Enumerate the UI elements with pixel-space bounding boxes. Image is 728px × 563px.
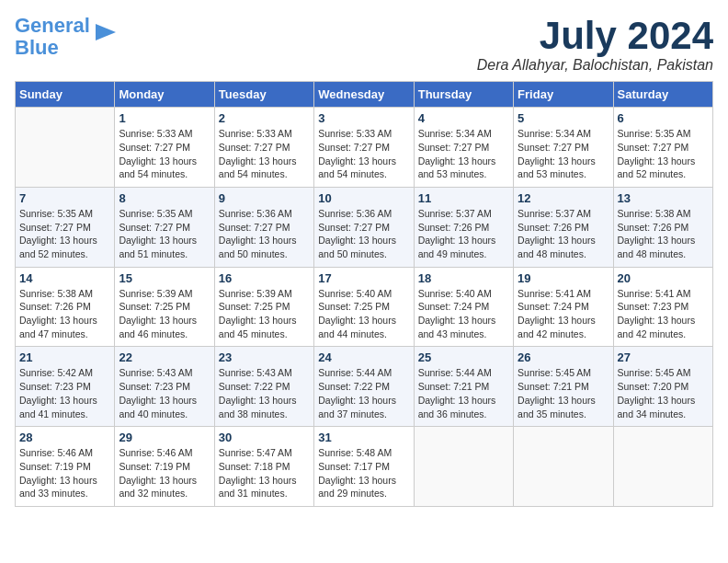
cell-info: Sunrise: 5:33 AMSunset: 7:27 PMDaylight:… (219, 127, 310, 181)
col-header-wednesday: Wednesday (314, 82, 414, 108)
cell-info: Sunrise: 5:35 AMSunset: 7:27 PMDaylight:… (618, 127, 709, 181)
cal-cell: 17Sunrise: 5:40 AMSunset: 7:25 PMDayligh… (314, 267, 414, 347)
col-header-thursday: Thursday (414, 82, 513, 108)
svg-marker-0 (96, 24, 116, 40)
day-number: 29 (119, 431, 210, 444)
cell-info: Sunrise: 5:46 AMSunset: 7:19 PMDaylight:… (119, 446, 210, 500)
cal-cell: 9Sunrise: 5:36 AMSunset: 7:27 PMDaylight… (214, 187, 313, 267)
cell-info: Sunrise: 5:37 AMSunset: 7:26 PMDaylight:… (418, 207, 509, 261)
cell-info: Sunrise: 5:39 AMSunset: 7:25 PMDaylight:… (119, 287, 210, 341)
header-row: SundayMondayTuesdayWednesdayThursdayFrid… (16, 82, 713, 108)
col-header-saturday: Saturday (613, 82, 712, 108)
cal-cell: 16Sunrise: 5:39 AMSunset: 7:25 PMDayligh… (214, 267, 313, 347)
cal-cell: 15Sunrise: 5:39 AMSunset: 7:25 PMDayligh… (115, 267, 214, 347)
col-header-sunday: Sunday (16, 82, 115, 108)
cell-info: Sunrise: 5:36 AMSunset: 7:27 PMDaylight:… (219, 207, 310, 261)
title-section: July 2024 Dera Allahyar, Balochistan, Pa… (477, 15, 713, 74)
page-header: GeneralBlue July 2024 Dera Allahyar, Bal… (15, 15, 713, 74)
cell-info: Sunrise: 5:33 AMSunset: 7:27 PMDaylight:… (318, 127, 409, 181)
cell-info: Sunrise: 5:35 AMSunset: 7:27 PMDaylight:… (19, 207, 110, 261)
cell-info: Sunrise: 5:34 AMSunset: 7:27 PMDaylight:… (418, 127, 509, 181)
week-row-2: 7Sunrise: 5:35 AMSunset: 7:27 PMDaylight… (16, 187, 713, 267)
day-number: 20 (618, 271, 709, 285)
day-number: 13 (618, 191, 709, 205)
day-number: 26 (518, 350, 609, 364)
cal-cell: 31Sunrise: 5:48 AMSunset: 7:17 PMDayligh… (314, 427, 414, 507)
cell-info: Sunrise: 5:38 AMSunset: 7:26 PMDaylight:… (19, 287, 110, 341)
cal-cell: 23Sunrise: 5:43 AMSunset: 7:22 PMDayligh… (214, 347, 313, 427)
cal-cell: 12Sunrise: 5:37 AMSunset: 7:26 PMDayligh… (514, 187, 613, 267)
cal-cell: 1Sunrise: 5:33 AMSunset: 7:27 PMDaylight… (115, 108, 214, 188)
cell-info: Sunrise: 5:44 AMSunset: 7:21 PMDaylight:… (418, 366, 509, 420)
cell-info: Sunrise: 5:42 AMSunset: 7:23 PMDaylight:… (19, 366, 110, 420)
cal-cell: 11Sunrise: 5:37 AMSunset: 7:26 PMDayligh… (414, 187, 513, 267)
col-header-friday: Friday (514, 82, 613, 108)
cal-cell (613, 427, 712, 507)
calendar-table: SundayMondayTuesdayWednesdayThursdayFrid… (15, 81, 713, 507)
day-number: 4 (418, 111, 509, 125)
cell-info: Sunrise: 5:40 AMSunset: 7:24 PMDaylight:… (418, 287, 509, 341)
day-number: 15 (119, 271, 210, 285)
day-number: 12 (518, 191, 609, 205)
location-subtitle: Dera Allahyar, Balochistan, Pakistan (477, 57, 713, 74)
cell-info: Sunrise: 5:44 AMSunset: 7:22 PMDaylight:… (318, 366, 409, 420)
week-row-5: 28Sunrise: 5:46 AMSunset: 7:19 PMDayligh… (16, 427, 713, 507)
day-number: 1 (119, 111, 210, 125)
cell-info: Sunrise: 5:39 AMSunset: 7:25 PMDaylight:… (219, 287, 310, 341)
cal-cell (514, 427, 613, 507)
cal-cell (414, 427, 513, 507)
day-number: 11 (418, 191, 509, 205)
day-number: 25 (418, 350, 509, 364)
cal-cell: 4Sunrise: 5:34 AMSunset: 7:27 PMDaylight… (414, 108, 513, 188)
day-number: 22 (119, 350, 210, 364)
day-number: 18 (418, 271, 509, 285)
week-row-1: 1Sunrise: 5:33 AMSunset: 7:27 PMDaylight… (16, 108, 713, 188)
month-title: July 2024 (477, 15, 713, 57)
cal-cell: 10Sunrise: 5:36 AMSunset: 7:27 PMDayligh… (314, 187, 414, 267)
cell-info: Sunrise: 5:35 AMSunset: 7:27 PMDaylight:… (119, 207, 210, 261)
cell-info: Sunrise: 5:38 AMSunset: 7:26 PMDaylight:… (618, 207, 709, 261)
cell-info: Sunrise: 5:48 AMSunset: 7:17 PMDaylight:… (318, 446, 409, 500)
logo: GeneralBlue (15, 15, 119, 59)
cell-info: Sunrise: 5:45 AMSunset: 7:20 PMDaylight:… (618, 366, 709, 420)
col-header-monday: Monday (115, 82, 214, 108)
day-number: 8 (119, 191, 210, 205)
day-number: 21 (19, 350, 110, 364)
cal-cell: 2Sunrise: 5:33 AMSunset: 7:27 PMDaylight… (214, 108, 313, 188)
cal-cell: 8Sunrise: 5:35 AMSunset: 7:27 PMDaylight… (115, 187, 214, 267)
cell-info: Sunrise: 5:41 AMSunset: 7:24 PMDaylight:… (518, 287, 609, 341)
day-number: 16 (219, 271, 310, 285)
day-number: 3 (318, 111, 409, 125)
cal-cell: 6Sunrise: 5:35 AMSunset: 7:27 PMDaylight… (613, 108, 712, 188)
cal-cell: 21Sunrise: 5:42 AMSunset: 7:23 PMDayligh… (16, 347, 115, 427)
cell-info: Sunrise: 5:46 AMSunset: 7:19 PMDaylight:… (19, 446, 110, 500)
day-number: 19 (518, 271, 609, 285)
day-number: 28 (19, 431, 110, 444)
day-number: 6 (618, 111, 709, 125)
cal-cell: 24Sunrise: 5:44 AMSunset: 7:22 PMDayligh… (314, 347, 414, 427)
day-number: 24 (318, 350, 409, 364)
cal-cell: 7Sunrise: 5:35 AMSunset: 7:27 PMDaylight… (16, 187, 115, 267)
week-row-4: 21Sunrise: 5:42 AMSunset: 7:23 PMDayligh… (16, 347, 713, 427)
cell-info: Sunrise: 5:43 AMSunset: 7:23 PMDaylight:… (119, 366, 210, 420)
day-number: 30 (219, 431, 310, 444)
day-number: 23 (219, 350, 310, 364)
cell-info: Sunrise: 5:41 AMSunset: 7:23 PMDaylight:… (618, 287, 709, 341)
logo-arrow-icon (92, 18, 119, 46)
cal-cell: 18Sunrise: 5:40 AMSunset: 7:24 PMDayligh… (414, 267, 513, 347)
logo-text: GeneralBlue (15, 15, 90, 59)
cell-info: Sunrise: 5:37 AMSunset: 7:26 PMDaylight:… (518, 207, 609, 261)
col-header-tuesday: Tuesday (214, 82, 313, 108)
cal-cell: 30Sunrise: 5:47 AMSunset: 7:18 PMDayligh… (214, 427, 313, 507)
cal-cell: 14Sunrise: 5:38 AMSunset: 7:26 PMDayligh… (16, 267, 115, 347)
cal-cell: 25Sunrise: 5:44 AMSunset: 7:21 PMDayligh… (414, 347, 513, 427)
day-number: 17 (318, 271, 409, 285)
cell-info: Sunrise: 5:45 AMSunset: 7:21 PMDaylight:… (518, 366, 609, 420)
cal-cell: 28Sunrise: 5:46 AMSunset: 7:19 PMDayligh… (16, 427, 115, 507)
week-row-3: 14Sunrise: 5:38 AMSunset: 7:26 PMDayligh… (16, 267, 713, 347)
cal-cell: 19Sunrise: 5:41 AMSunset: 7:24 PMDayligh… (514, 267, 613, 347)
day-number: 9 (219, 191, 310, 205)
cell-info: Sunrise: 5:36 AMSunset: 7:27 PMDaylight:… (318, 207, 409, 261)
cell-info: Sunrise: 5:43 AMSunset: 7:22 PMDaylight:… (219, 366, 310, 420)
day-number: 5 (518, 111, 609, 125)
